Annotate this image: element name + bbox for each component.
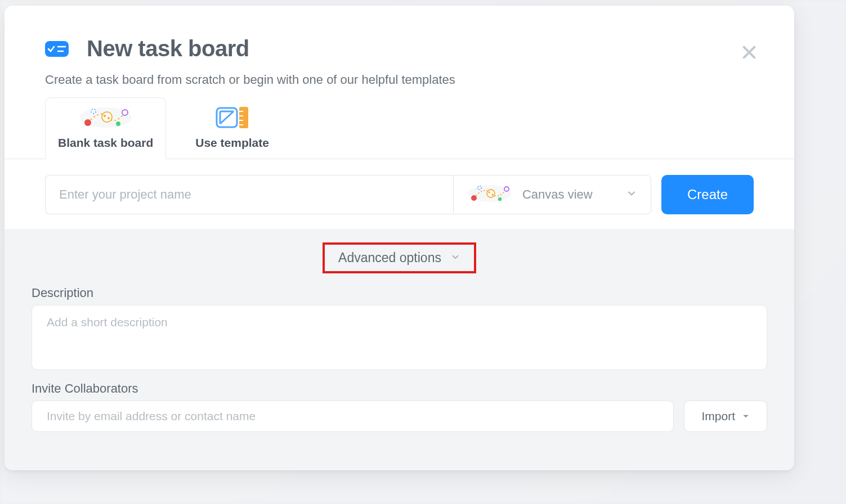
invite-heading: Invite Collaborators: [32, 381, 767, 396]
project-name-input[interactable]: [45, 175, 453, 214]
close-icon: [740, 43, 758, 63]
caret-down-icon: [742, 410, 750, 423]
create-button[interactable]: Create: [661, 175, 754, 214]
import-button[interactable]: Import: [684, 400, 767, 432]
tab-strip: Blank task board Use template: [5, 97, 794, 159]
chevron-down-icon: [450, 250, 460, 266]
invite-section: Invite Collaborators Import: [32, 381, 767, 432]
canvas-view-icon: [467, 183, 512, 206]
template-ruler-icon: [212, 106, 253, 129]
svg-point-5: [103, 115, 105, 117]
dialog-title: New task board: [87, 36, 249, 61]
advanced-options-toggle[interactable]: Advanced options: [323, 242, 476, 273]
svg-point-3: [84, 119, 91, 126]
tab-blank-board[interactable]: Blank task board: [45, 97, 166, 159]
network-graph-icon: [78, 106, 134, 129]
new-task-board-dialog: New task board Create a task board from …: [5, 6, 794, 470]
task-badge-icon: [45, 41, 69, 57]
svg-point-4: [102, 112, 112, 122]
description-input[interactable]: [32, 305, 767, 370]
advanced-panel: Advanced options Description Invite Coll…: [5, 229, 794, 470]
invite-input[interactable]: [32, 400, 674, 432]
svg-point-7: [91, 109, 96, 114]
svg-point-21: [478, 186, 481, 190]
svg-point-6: [107, 117, 109, 119]
tab-use-template[interactable]: Use template: [183, 98, 281, 159]
chevron-down-icon: [626, 188, 637, 201]
view-select[interactable]: Canvas view: [453, 175, 651, 214]
tab-label: Blank task board: [58, 136, 153, 150]
description-section: Description: [32, 286, 767, 372]
create-row: Canvas view Create: [5, 159, 794, 229]
import-label: Import: [701, 410, 735, 423]
svg-point-20: [491, 194, 494, 196]
dialog-subtitle: Create a task board from scratch or begi…: [5, 73, 794, 97]
advanced-options-label: Advanced options: [338, 250, 441, 266]
svg-point-8: [122, 110, 128, 115]
svg-point-17: [471, 195, 477, 201]
dialog-header: New task board: [5, 6, 794, 73]
svg-point-23: [498, 197, 502, 201]
svg-point-18: [487, 190, 495, 197]
description-heading: Description: [32, 286, 767, 300]
svg-point-19: [488, 191, 490, 194]
svg-point-9: [116, 122, 120, 126]
close-button[interactable]: [737, 40, 762, 65]
view-select-label: Canvas view: [522, 187, 593, 202]
svg-point-22: [504, 187, 509, 191]
tab-label: Use template: [195, 136, 269, 150]
